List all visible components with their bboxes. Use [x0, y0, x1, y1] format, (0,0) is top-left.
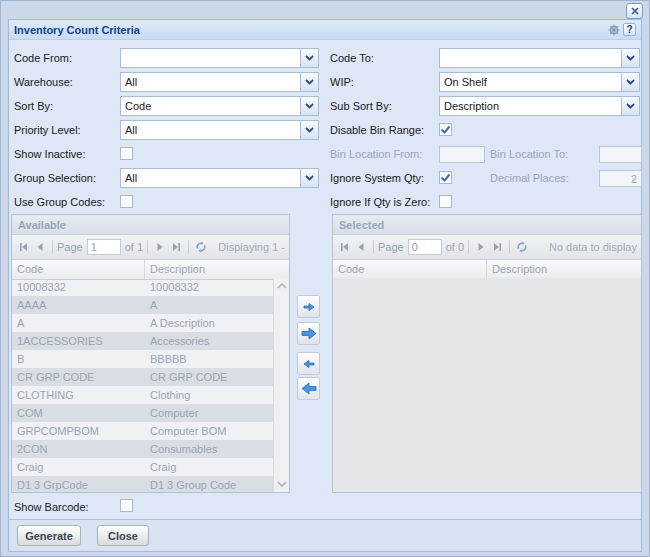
show-barcode-label: Show Barcode: [14, 501, 89, 513]
chevron-down-icon[interactable] [300, 169, 318, 187]
sub-sort-by-combo[interactable]: Description [439, 96, 640, 116]
transfer-all-right-button[interactable] [297, 322, 320, 345]
refresh-icon [195, 241, 207, 253]
last-page-button[interactable] [168, 239, 184, 255]
table-row[interactable]: GRPCOMPBOMComputer BOM [12, 422, 289, 440]
use-group-codes-checkbox[interactable] [120, 195, 133, 208]
table-row[interactable]: 2CONConsumables [12, 440, 289, 458]
last-page-button[interactable] [489, 239, 505, 255]
bin-location-from-label: Bin Location From: [330, 148, 422, 160]
disable-bin-range-checkbox[interactable] [439, 123, 452, 136]
arrow-right-large-icon [301, 327, 317, 340]
last-page-icon [171, 242, 181, 252]
bin-location-to-input[interactable] [599, 146, 642, 163]
table-row[interactable]: 1ACCESSORIESAccessories [12, 332, 289, 350]
page-label: Page [378, 241, 404, 253]
selected-grid-body [333, 278, 641, 492]
chevron-down-icon[interactable] [300, 49, 318, 67]
table-row[interactable]: 1000833210008332 [12, 278, 289, 296]
column-header-code[interactable]: Code [12, 260, 145, 279]
first-page-button[interactable] [16, 239, 32, 255]
check-icon [440, 125, 451, 134]
chevron-down-icon[interactable] [300, 73, 318, 91]
prev-page-icon [356, 242, 366, 252]
code-to-combo[interactable] [439, 48, 640, 68]
ignore-system-qty-checkbox[interactable] [439, 171, 452, 184]
wip-combo[interactable]: On Shelf [439, 72, 640, 92]
prev-page-button[interactable] [32, 239, 48, 255]
selected-page-input[interactable] [408, 239, 442, 255]
inventory-count-criteria-window: Inventory Count Criteria ? Code From: W [0, 0, 650, 557]
toolbar-separator [373, 240, 374, 254]
chevron-down-icon[interactable] [621, 73, 639, 91]
first-page-button[interactable] [337, 239, 353, 255]
refresh-button[interactable] [514, 239, 530, 255]
table-row[interactable]: CLOTHINGClothing [12, 386, 289, 404]
transfer-right-button[interactable] [297, 295, 320, 318]
sub-sort-by-label: Sub Sort By: [330, 100, 392, 112]
code-from-combo[interactable] [120, 48, 319, 68]
chevron-up-icon [277, 283, 287, 289]
selected-status-text: No data to display [543, 241, 637, 253]
chevron-down-icon[interactable] [300, 97, 318, 115]
decimal-places-input[interactable] [599, 170, 642, 187]
group-selection-value: All [121, 169, 300, 187]
priority-level-combo[interactable]: All [120, 120, 319, 140]
warehouse-combo[interactable]: All [120, 72, 319, 92]
sub-sort-by-value: Description [440, 97, 621, 115]
table-row[interactable]: CraigCraig [12, 458, 289, 476]
first-page-icon [19, 242, 29, 252]
available-grid-title: Available [12, 215, 289, 235]
table-row[interactable]: COMComputer [12, 404, 289, 422]
close-button[interactable]: Close [97, 525, 149, 546]
gear-tool-button[interactable] [607, 23, 620, 36]
code-to-label: Code To: [330, 52, 374, 64]
ignore-if-qty-zero-checkbox[interactable] [439, 195, 452, 208]
next-page-button[interactable] [152, 239, 168, 255]
table-row[interactable]: AAAAA [12, 296, 289, 314]
next-page-icon [155, 242, 165, 252]
available-page-input[interactable] [87, 239, 121, 255]
table-row[interactable]: BBBBBB [12, 350, 289, 368]
refresh-icon [516, 241, 528, 253]
column-header-description[interactable]: Description [145, 260, 289, 279]
show-inactive-checkbox[interactable] [120, 147, 133, 160]
chevron-down-icon[interactable] [621, 49, 639, 67]
scroll-down-button[interactable] [274, 476, 289, 492]
available-grid-body: 1000833210008332 AAAAA AA Description 1A… [12, 278, 289, 492]
disable-bin-range-label: Disable Bin Range: [330, 124, 424, 136]
panel-header: Inventory Count Criteria ? [9, 20, 641, 40]
group-selection-combo[interactable]: All [120, 168, 319, 188]
table-row[interactable]: D1 3 GrpCodeD1 3 Group Code [12, 476, 289, 492]
chevron-down-icon[interactable] [300, 121, 318, 139]
prev-page-button[interactable] [353, 239, 369, 255]
prev-page-icon [35, 242, 45, 252]
toolbar-separator [509, 240, 510, 254]
decimal-places-label: Decimal Places: [490, 172, 569, 184]
chevron-down-icon[interactable] [621, 97, 639, 115]
ignore-if-qty-zero-label: Ignore If Qty is Zero: [330, 196, 430, 208]
toolbar-separator [188, 240, 189, 254]
sort-by-value: Code [121, 97, 300, 115]
table-row[interactable]: CR GRP CODECR GRP CODE [12, 368, 289, 386]
show-barcode-checkbox[interactable] [120, 499, 133, 512]
transfer-all-left-button[interactable] [297, 377, 320, 400]
bin-location-from-input[interactable] [439, 146, 485, 163]
code-from-label: Code From: [14, 52, 72, 64]
column-header-code[interactable]: Code [333, 260, 487, 279]
table-row[interactable]: AA Description [12, 314, 289, 332]
group-selection-label: Group Selection: [14, 172, 96, 184]
generate-button[interactable]: Generate [17, 525, 81, 546]
available-scrollbar[interactable] [273, 278, 289, 492]
transfer-left-button[interactable] [297, 352, 320, 375]
check-icon [440, 173, 451, 182]
window-close-button[interactable] [626, 3, 643, 19]
scroll-up-button[interactable] [274, 278, 289, 294]
column-header-description[interactable]: Description [487, 260, 641, 279]
available-grid-panel: Available Page of 1 [11, 214, 290, 493]
refresh-button[interactable] [193, 239, 209, 255]
sort-by-combo[interactable]: Code [120, 96, 319, 116]
help-button[interactable]: ? [623, 23, 636, 36]
page-label: Page [57, 241, 83, 253]
next-page-button[interactable] [473, 239, 489, 255]
